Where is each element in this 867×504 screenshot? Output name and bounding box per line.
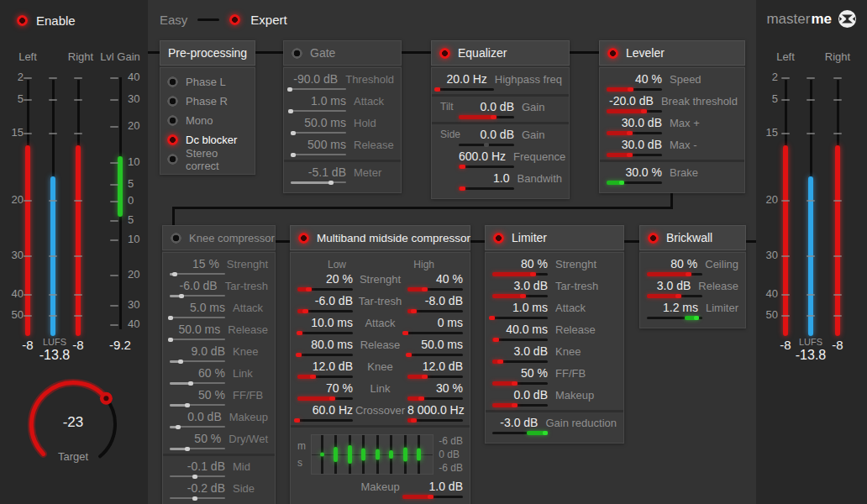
- fffb-slider[interactable]: [170, 403, 225, 407]
- low-value: 60.0 Hz: [297, 403, 353, 417]
- tartresh-slider[interactable]: [492, 294, 548, 298]
- low-knee-slider[interactable]: [297, 375, 353, 379]
- easy-expert-toggle[interactable]: Easy Expert: [160, 13, 287, 27]
- limiter-led-icon[interactable]: [493, 233, 504, 244]
- masterme-plugin-window: Enable Left Right Lvl Gain -8 LUFS -13.8…: [0, 0, 867, 504]
- ceiling-slider[interactable]: [647, 272, 702, 276]
- max-plus-slider[interactable]: [607, 131, 662, 135]
- expert-led-icon[interactable]: [229, 14, 240, 25]
- toggle-phase-r[interactable]: Phase R: [167, 92, 248, 111]
- low-crossover-slider[interactable]: [297, 418, 353, 423]
- toggle-stereo-correct[interactable]: Stereo correct: [167, 150, 248, 169]
- high-release-slider[interactable]: [407, 353, 463, 357]
- makeup-slider[interactable]: [492, 403, 548, 407]
- release-slider[interactable]: [647, 294, 702, 298]
- release-slider[interactable]: [170, 338, 225, 342]
- attack-slider[interactable]: [492, 316, 548, 320]
- speed-slider[interactable]: [607, 87, 662, 92]
- attack-slider[interactable]: [170, 316, 225, 320]
- dc-blocker-led-icon[interactable]: [167, 134, 178, 145]
- knee-slider[interactable]: [170, 360, 225, 364]
- frequence-slider[interactable]: [459, 165, 514, 169]
- mono-led-icon[interactable]: [167, 115, 178, 126]
- meter-tick: [49, 77, 57, 79]
- expert-label[interactable]: Expert: [250, 13, 286, 27]
- side-slider[interactable]: [170, 496, 225, 501]
- param-value: 80 %: [492, 257, 548, 270]
- panel-title: Limiter: [512, 231, 547, 244]
- lvl-gain-value: -9.2: [102, 338, 139, 352]
- panel-leveler: Leveler 40 %Speed -20.0 dBBreak threshol…: [599, 40, 745, 193]
- high-knee-slider[interactable]: [407, 375, 463, 379]
- enable-toggle[interactable]: Enable: [17, 13, 76, 28]
- high-value: 50.0 ms: [407, 338, 463, 351]
- multiband-led-icon[interactable]: [298, 233, 309, 244]
- meter-tick: [49, 99, 57, 101]
- easy-label[interactable]: Easy: [160, 13, 187, 27]
- param-label: Knee: [555, 345, 581, 358]
- drywet-slider[interactable]: [170, 447, 225, 451]
- meter-tick: [74, 99, 82, 101]
- level-meter-bar: [25, 145, 30, 336]
- link-slider[interactable]: [170, 381, 225, 386]
- makeup-slider[interactable]: [402, 495, 463, 499]
- param-value: 20.0 Hz: [439, 72, 487, 86]
- release-slider[interactable]: [492, 338, 548, 342]
- low-value: 80.0 ms: [297, 338, 353, 351]
- high-crossover-slider[interactable]: [407, 418, 463, 423]
- meter-tick: [807, 77, 815, 79]
- param-value: 5.0 ms: [170, 301, 225, 314]
- strenght-slider[interactable]: [170, 272, 225, 276]
- gate-led-icon[interactable]: [292, 48, 302, 59]
- param-label: Release: [698, 280, 738, 292]
- fffb-slider[interactable]: [492, 381, 548, 386]
- low-link-slider[interactable]: [297, 396, 353, 401]
- masterme-logo: master me: [766, 9, 857, 29]
- meter-tick: [781, 99, 790, 101]
- high-link-slider[interactable]: [407, 396, 463, 401]
- low-release-slider[interactable]: [297, 353, 353, 357]
- param-label: Gain reduction: [545, 417, 617, 429]
- param-row-side: -0.2 dBSide: [170, 481, 268, 501]
- equalizer-led-icon[interactable]: [439, 48, 450, 59]
- meter-scale-number: 2: [3, 71, 24, 83]
- phase-r-led-icon[interactable]: [167, 96, 178, 107]
- highpass-slider[interactable]: [439, 87, 494, 92]
- side-gain-slider[interactable]: [459, 143, 514, 147]
- param-row-link: 60 %Link: [170, 366, 268, 386]
- low-tartresh-slider[interactable]: [297, 309, 353, 313]
- high-tartresh-slider[interactable]: [407, 309, 463, 313]
- target-label: Target: [34, 450, 113, 463]
- knee-slider[interactable]: [492, 360, 548, 364]
- toggle-mono[interactable]: Mono: [167, 111, 248, 130]
- toggle-label: Phase L: [186, 76, 226, 88]
- break-threshold-slider[interactable]: [607, 109, 662, 113]
- brickwall-led-icon[interactable]: [648, 233, 659, 244]
- high-strenght-slider[interactable]: [407, 287, 463, 291]
- knee-compressor-led-icon[interactable]: [171, 233, 181, 244]
- max-minus-slider[interactable]: [607, 153, 662, 157]
- hold-slider[interactable]: [291, 131, 346, 135]
- release-slider[interactable]: [291, 153, 346, 157]
- param-value: 1.0 ms: [291, 94, 346, 108]
- low-attack-slider[interactable]: [297, 331, 353, 335]
- low-strenght-slider[interactable]: [297, 287, 353, 291]
- threshold-slider[interactable]: [291, 87, 346, 92]
- bandwith-slider[interactable]: [459, 186, 514, 191]
- strenght-slider[interactable]: [492, 272, 548, 276]
- high-attack-slider[interactable]: [407, 331, 463, 335]
- stereo-correct-led-icon[interactable]: [167, 154, 178, 165]
- param-value: -6.0 dB: [170, 279, 218, 292]
- makeup-slider[interactable]: [170, 425, 225, 429]
- toggle-phase-l[interactable]: Phase L: [167, 72, 248, 92]
- phase-l-led-icon[interactable]: [167, 76, 178, 87]
- param-row-makeup: Makeup1.0 dB: [297, 480, 463, 499]
- enable-led-icon[interactable]: [17, 15, 28, 26]
- tartresh-slider[interactable]: [170, 294, 225, 298]
- tilt-gain-slider[interactable]: [459, 115, 514, 119]
- mid-slider[interactable]: [170, 475, 225, 479]
- meter-tick: [110, 126, 118, 128]
- attack-slider[interactable]: [291, 109, 346, 113]
- connector-line: [624, 240, 639, 243]
- leveler-led-icon[interactable]: [607, 48, 618, 59]
